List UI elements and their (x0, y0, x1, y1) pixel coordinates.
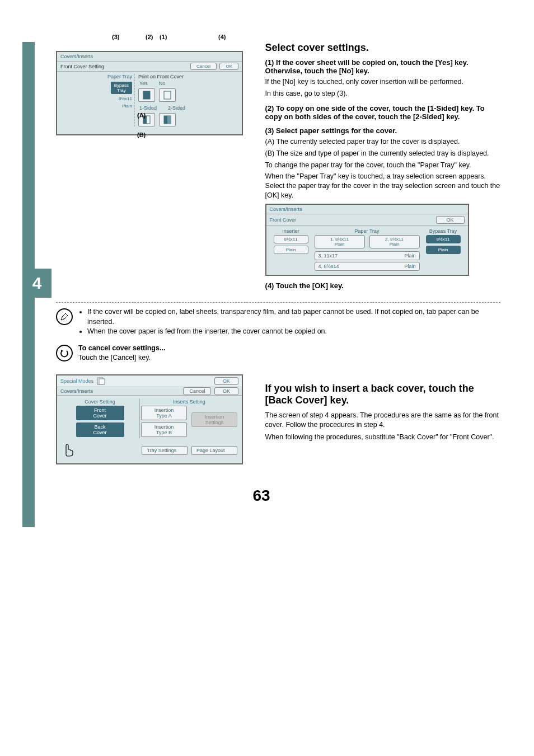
svg-rect-0 (143, 91, 150, 99)
item1-p1: If the [No] key is touched, only cover i… (265, 77, 500, 87)
screen3-ok-button[interactable]: OK (214, 387, 238, 395)
ok-button[interactable]: OK (219, 63, 238, 70)
screen3-cancel-button[interactable]: Cancel (183, 387, 211, 395)
callout-top-labels: (3) (2) (1) (4) (56, 34, 241, 43)
callout-B: (B) (137, 132, 146, 138)
tray-4-size: 4. 8½x14 (318, 264, 339, 269)
two-sided-icon (163, 115, 171, 124)
tray-3-button[interactable]: 3. 11x17 Plain (315, 251, 420, 260)
insertion-type-b-button[interactable]: Insertion Type B (141, 422, 187, 437)
step5-p2: When following the procedures, substitut… (265, 433, 500, 443)
pencil-icon (60, 312, 69, 321)
tray-1-type: Plain (320, 242, 360, 247)
tray-settings-button[interactable]: Tray Settings (142, 446, 188, 455)
callout-2: (2) (146, 34, 153, 40)
step5-p1: The screen of step 4 appears. The proced… (265, 411, 500, 430)
item2-title: To copy on one side of the cover, touch … (265, 104, 485, 121)
front-cover-button[interactable]: Front Cover (76, 406, 124, 420)
step4-heading: Select cover settings. (265, 42, 500, 54)
item3-B: (B) The size and type of paper in the cu… (265, 149, 500, 158)
cancel-note-title: To cancel cover settings... (78, 344, 500, 354)
yes-option[interactable] (138, 88, 155, 102)
no-label: No (159, 81, 166, 86)
svg-rect-10 (99, 379, 105, 384)
no-option[interactable] (159, 88, 176, 102)
screen2-subtitle: Front Cover (270, 217, 297, 223)
item3-p2: When the "Paper Tray" key is touched, a … (265, 172, 500, 200)
item1-p2: In this case, go to step (3). (265, 89, 500, 98)
divider (56, 302, 500, 303)
step5-heading: If you wish to insert a back cover, touc… (265, 383, 500, 406)
original-icon (97, 377, 107, 385)
callout-1: (1) (160, 34, 167, 40)
insertion-type-a-button[interactable]: Insertion Type A (141, 406, 187, 420)
info-note-icon (56, 308, 73, 325)
callout-A: (A) (137, 112, 146, 119)
item3-title: Select paper settings for the cover. (276, 126, 397, 135)
bypass-size-button[interactable]: 8½x11 (426, 235, 461, 243)
screen1-title: Covers/Inserts (57, 52, 242, 62)
undo-arrow-icon (60, 349, 69, 358)
tray-4-type: Plain (405, 264, 416, 269)
item1-title: If the cover sheet will be copied on, to… (265, 58, 469, 75)
step-number-4: 4 (22, 269, 51, 298)
callout-3: (3) (112, 34, 119, 40)
page-filled-icon (143, 91, 151, 100)
tray-1-button[interactable]: 1. 8½x11 Plain (315, 235, 365, 248)
tray-2-type: Plain (374, 242, 415, 247)
bypass-tray-button[interactable]: Bypass Tray (111, 82, 132, 94)
page-number: 63 (22, 487, 500, 505)
bypass-type-button[interactable]: Plain (426, 246, 461, 254)
page-layout-button[interactable]: Page Layout (191, 446, 237, 455)
page-outline-icon (163, 91, 171, 100)
item1-num: (1) (265, 58, 274, 67)
cancel-button[interactable]: Cancel (190, 63, 217, 70)
print-on-front-cover-label: Print on Front Cover (138, 74, 240, 79)
tray-size-label: 8½x11 (59, 96, 132, 101)
paper-tray-label: Paper Tray (59, 74, 132, 79)
inserter-type-button[interactable]: Plain (274, 246, 308, 254)
item4-num: (4) (265, 281, 274, 290)
note-bullet-1: If the cover will be copied on, label sh… (87, 307, 500, 327)
tray-2-button[interactable]: 2. 8½x11 Plain (369, 235, 420, 248)
back-cover-button[interactable]: Back Cover (76, 422, 124, 437)
special-modes-label[interactable]: Special Modes (60, 378, 93, 384)
insertion-settings-button: Insertion Settings (191, 412, 237, 427)
paper-tray-col-label: Paper Tray (313, 228, 421, 234)
item3-num: (3) (265, 126, 274, 135)
cancel-note-icon (56, 345, 73, 361)
two-sided-option[interactable] (159, 113, 176, 126)
cancel-note-body: Touch the [Cancel] key. (78, 353, 500, 363)
yes-label: Yes (139, 81, 148, 86)
front-cover-setting-screen: Covers/Inserts Front Cover Setting Cance… (56, 51, 243, 135)
inserts-setting-label: Inserts Setting (140, 399, 238, 405)
covers-inserts-screen: Special Modes OK Covers/Inserts Cancel O… (56, 374, 243, 464)
tray-3-type: Plain (405, 253, 416, 259)
callout-4: (4) (218, 34, 226, 40)
screen1-subtitle: Front Cover Setting (60, 64, 104, 69)
tray-1-size: 1. 8½x11 (320, 237, 360, 242)
two-sided-label: 2-Sided (168, 105, 185, 111)
tray-4-button[interactable]: 4. 8½x14 Plain (315, 262, 420, 271)
top-ok-button[interactable]: OK (214, 377, 238, 385)
bypass-tray-label: Bypass Tray (421, 228, 466, 234)
svg-rect-6 (167, 116, 171, 124)
screen2-ok-button[interactable]: OK (436, 216, 465, 224)
svg-rect-5 (164, 116, 167, 124)
tray-type-label: Plain (59, 104, 132, 109)
tray-selection-screen: Covers/Inserts Front Cover OK Inserter 8… (265, 204, 469, 276)
item4-title: Touch the [OK] key. (276, 281, 344, 290)
screen2-title: Covers/Inserts (266, 205, 468, 214)
hand-pointer-icon (60, 442, 76, 460)
cover-setting-label: Cover Setting (60, 399, 139, 405)
one-sided-label: 1-Sided (139, 105, 157, 111)
svg-line-7 (62, 317, 64, 319)
note-bullet-2: When the cover paper is fed from the ins… (87, 327, 500, 337)
inserter-label: Inserter (269, 228, 313, 234)
item2-num: (2) (265, 104, 274, 112)
item3-A: (A) The currently selected paper tray fo… (265, 137, 500, 147)
svg-rect-1 (164, 91, 171, 99)
item3-p1: To change the paper tray for the cover, … (265, 161, 500, 170)
inserter-size-button[interactable]: 8½x11 (274, 235, 308, 243)
screen3-title: Covers/Inserts (60, 388, 93, 394)
